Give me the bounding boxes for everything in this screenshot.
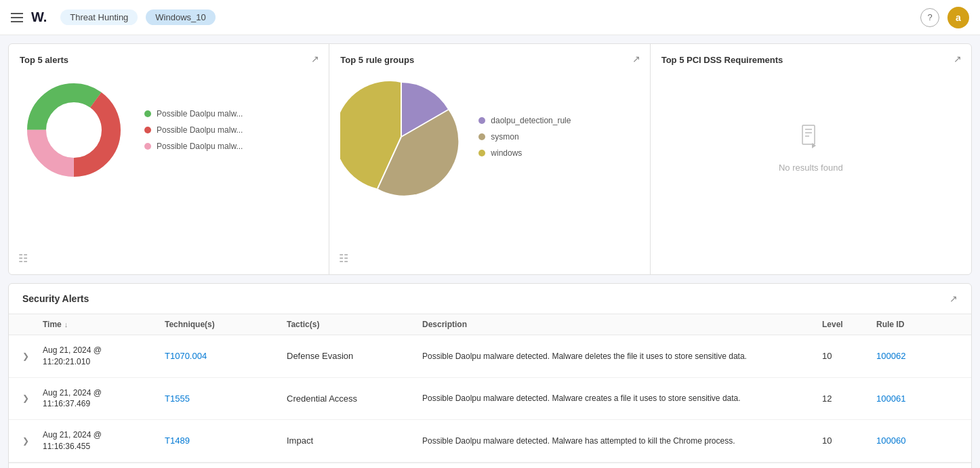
row-description-3: Possible Daolpu malware detected. Malwar… [422, 435, 822, 447]
rg-legend-item-1: daolpu_detection_rule [478, 116, 571, 125]
top5-alerts-panel: Top 5 alerts ↗ Possible Daolpu malw... [9, 44, 329, 274]
header: W. Threat Hunting Windows_10 ? a [0, 0, 980, 35]
th-time[interactable]: Time ↓ [43, 320, 165, 329]
pagination: Rows per page: 10 ⌄ ❮ 1 ❯ [9, 463, 971, 468]
rg-legend-dot-1 [478, 117, 485, 124]
legend-item-3: Possible Daolpu malw... [144, 142, 243, 151]
table-row-container-1: ❯ Aug 21, 2024 @11:20:21.010 T1070.004 D… [9, 335, 971, 378]
row-description-1: Possible Daolpu malware detected. Malwar… [422, 350, 822, 362]
charts-row: Top 5 alerts ↗ Possible Daolpu malw... [8, 43, 972, 275]
th-rule-id: Rule ID [876, 320, 958, 329]
row-description-2: Possible Daolpu malware detected. Malwar… [422, 392, 822, 404]
pie-chart [340, 76, 462, 198]
sort-time-icon: ↓ [64, 320, 68, 328]
security-alerts-section: Security Alerts ↗ Time ↓ Technique(s) Ta… [8, 283, 972, 468]
row-level-2: 12 [822, 393, 876, 404]
alerts-section-title: Security Alerts [22, 293, 89, 304]
top5-alerts-title: Top 5 alerts [20, 55, 318, 65]
rg-legend-label-1: daolpu_detection_rule [491, 116, 571, 125]
row-time-3: Aug 21, 2024 @11:16:36.455 [43, 429, 165, 452]
expand-rule-groups-icon[interactable]: ↗ [632, 54, 640, 64]
no-results: No results found [661, 73, 960, 222]
th-expand [22, 320, 43, 329]
table-header: Time ↓ Technique(s) Tactic(s) Descriptio… [9, 314, 971, 335]
th-tactics: Tactic(s) [287, 320, 422, 329]
breadcrumb-threat-hunting[interactable]: Threat Hunting [60, 9, 138, 25]
menu-icon[interactable] [11, 13, 23, 22]
alerts-expand-icon[interactable]: ↗ [950, 293, 958, 304]
alerts-header: Security Alerts ↗ [9, 284, 971, 314]
row-tactic-3: Impact [287, 435, 422, 446]
legend-label-2: Possible Daolpu malw... [157, 125, 243, 135]
row-ruleid-3[interactable]: 100060 [876, 435, 958, 446]
row-level-1: 10 [822, 351, 876, 361]
expand-alerts-icon[interactable]: ↗ [311, 54, 319, 64]
breadcrumb-windows10[interactable]: Windows_10 [146, 9, 215, 25]
table-row[interactable]: ❯ Aug 21, 2024 @11:16:37.469 T1555 Crede… [9, 378, 971, 420]
rg-legend-dot-2 [478, 133, 485, 140]
alerts-table: Time ↓ Technique(s) Tactic(s) Descriptio… [9, 314, 971, 463]
row-technique-2[interactable]: T1555 [165, 393, 287, 404]
top5-rule-groups-panel: Top 5 rule groups ↗ daolpu_detec [329, 44, 650, 274]
legend-label-1: Possible Daolpu malw... [157, 109, 243, 119]
rg-legend-item-2: sysmon [478, 132, 571, 142]
help-icon[interactable]: ? [920, 8, 939, 27]
th-techniques: Technique(s) [165, 320, 287, 329]
rule-groups-legend: daolpu_detection_rule sysmon windows [478, 116, 571, 158]
chart-footer-alerts[interactable]: ☷ [18, 252, 28, 265]
row-level-3: 10 [822, 435, 876, 446]
top5-pci-panel: Top 5 PCI DSS Requirements ↗ No results … [651, 44, 971, 274]
row-technique-3[interactable]: T1489 [165, 435, 287, 446]
app-logo: W. [31, 9, 47, 25]
top5-rule-groups-title: Top 5 rule groups [340, 55, 638, 65]
table-row[interactable]: ❯ Aug 21, 2024 @11:20:21.010 T1070.004 D… [9, 335, 971, 377]
alerts-legend: Possible Daolpu malw... Possible Daolpu … [144, 109, 243, 151]
donut-chart [20, 76, 128, 184]
legend-item-2: Possible Daolpu malw... [144, 125, 243, 135]
rg-legend-dot-3 [478, 150, 485, 156]
rg-legend-item-3: windows [478, 148, 571, 158]
legend-item-1: Possible Daolpu malw... [144, 109, 243, 119]
row-time-1: Aug 21, 2024 @11:20:21.010 [43, 345, 165, 368]
legend-dot-3 [144, 143, 151, 150]
th-description: Description [422, 320, 822, 329]
table-row-container-2: ❯ Aug 21, 2024 @11:16:37.469 T1555 Crede… [9, 378, 971, 421]
table-row[interactable]: ❯ Aug 21, 2024 @11:16:36.455 T1489 Impac… [9, 420, 971, 462]
no-results-text: No results found [779, 163, 843, 173]
pie-container: daolpu_detection_rule sysmon windows [340, 76, 638, 198]
no-results-icon [797, 123, 824, 156]
table-row-container-3: ❯ Aug 21, 2024 @11:16:36.455 T1489 Impac… [9, 420, 971, 463]
row-expand-1[interactable]: ❯ [22, 352, 43, 361]
svg-point-4 [47, 103, 101, 157]
row-ruleid-1[interactable]: 100062 [876, 351, 958, 361]
row-ruleid-2[interactable]: 100061 [876, 393, 958, 404]
rg-legend-label-3: windows [491, 148, 522, 158]
row-expand-2[interactable]: ❯ [22, 393, 43, 403]
row-tactic-1: Defense Evasion [287, 351, 422, 361]
row-technique-1[interactable]: T1070.004 [165, 351, 287, 361]
row-tactic-2: Credential Access [287, 393, 422, 404]
chart-footer-rule-groups[interactable]: ☷ [339, 252, 348, 265]
legend-dot-2 [144, 127, 151, 133]
row-expand-3[interactable]: ❯ [22, 436, 43, 446]
avatar[interactable]: a [947, 7, 969, 28]
top5-pci-title: Top 5 PCI DSS Requirements [661, 55, 960, 65]
legend-dot-1 [144, 110, 151, 117]
expand-pci-icon[interactable]: ↗ [954, 54, 962, 64]
th-level: Level [822, 320, 876, 329]
rg-legend-label-2: sysmon [491, 132, 518, 142]
row-time-2: Aug 21, 2024 @11:16:37.469 [43, 387, 165, 410]
svg-rect-8 [802, 125, 815, 144]
legend-label-3: Possible Daolpu malw... [157, 142, 243, 151]
donut-container: Possible Daolpu malw... Possible Daolpu … [20, 76, 318, 184]
